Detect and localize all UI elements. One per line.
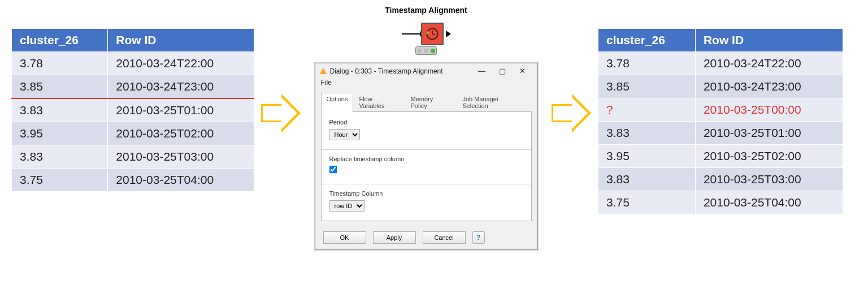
help-button[interactable]: ? <box>472 231 485 244</box>
cell-rowid: 2010-03-25T03:00 <box>108 145 254 169</box>
table-row: 3.952010-03-25T02:00 <box>12 122 254 145</box>
period-label: Period <box>329 119 523 126</box>
table-row: 3.832010-03-25T03:00 <box>598 168 843 191</box>
cell-cluster: 3.85 <box>598 75 696 98</box>
tab-memory-policy[interactable]: Memory Policy <box>405 93 457 112</box>
file-menu[interactable]: File <box>321 79 332 87</box>
replace-checkbox[interactable] <box>329 166 337 174</box>
table-row: 3.752010-03-25T04:00 <box>12 169 254 192</box>
table-row: 3.952010-03-25T02:00 <box>598 145 843 168</box>
cell-cluster: 3.78 <box>598 52 696 75</box>
cell-cluster: 3.85 <box>12 75 108 99</box>
cell-cluster: 3.83 <box>598 168 696 191</box>
table-row: 3.832010-03-25T01:00 <box>12 98 254 122</box>
dialog-title: Dialog - 0:303 - Timestamp Alignment <box>330 67 472 75</box>
cell-rowid: 2010-03-24T23:00 <box>108 75 254 99</box>
table-row: 3.782010-03-24T22:00 <box>598 52 843 75</box>
cell-cluster: 3.95 <box>12 122 108 145</box>
col-header-rowid: Row ID <box>108 29 254 52</box>
cell-cluster: 3.75 <box>12 169 108 192</box>
table-row: 3.832010-03-25T03:00 <box>12 145 254 169</box>
cell-cluster: 3.83 <box>12 145 108 169</box>
output-table: cluster_26 Row ID 3.782010-03-24T22:003.… <box>598 28 843 214</box>
col-header-rowid: Row ID <box>695 29 843 52</box>
node-output-port <box>446 31 451 37</box>
table-row: 3.752010-03-25T04:00 <box>598 191 843 214</box>
clock-back-icon <box>424 26 440 42</box>
cell-rowid: 2010-03-25T02:00 <box>108 122 254 145</box>
table-row: 3.832010-03-25T01:00 <box>598 122 843 145</box>
ok-button[interactable]: OK <box>323 231 366 244</box>
cell-rowid: 2010-03-25T03:00 <box>695 168 843 191</box>
cell-cluster: ? <box>598 98 696 122</box>
tab-options[interactable]: Options <box>321 93 354 112</box>
cell-rowid: 2010-03-24T22:00 <box>695 52 843 75</box>
cell-cluster: 3.83 <box>12 98 108 122</box>
tscol-label: Timestamp Column <box>329 190 523 197</box>
cell-rowid: 2010-03-25T02:00 <box>695 145 843 168</box>
cell-rowid: 2010-03-25T01:00 <box>695 122 843 145</box>
apply-button[interactable]: Apply <box>373 231 416 244</box>
timestamp-alignment-node-icon[interactable] <box>421 23 444 45</box>
replace-label: Replace timestamp column <box>329 156 523 162</box>
col-header-cluster: cluster_26 <box>12 29 108 52</box>
cancel-button[interactable]: Cancel <box>423 231 466 244</box>
timestamp-column-select[interactable]: row ID <box>329 200 364 212</box>
config-dialog: Dialog - 0:303 - Timestamp Alignment — ▢… <box>315 63 538 250</box>
table-row: 3.782010-03-24T22:00 <box>12 52 254 75</box>
close-button[interactable]: ✕ <box>513 67 533 75</box>
flow-arrow-right <box>552 6 591 221</box>
svg-line-2 <box>432 34 435 35</box>
cell-cluster: 3.83 <box>598 122 696 145</box>
cell-cluster: 3.78 <box>12 52 108 75</box>
cell-rowid: 2010-03-25T01:00 <box>108 98 254 122</box>
minimize-button[interactable]: — <box>472 67 492 75</box>
cell-rowid: 2010-03-24T23:00 <box>695 75 843 98</box>
node-title: Timestamp Alignment <box>385 6 467 15</box>
period-select[interactable]: Hour <box>329 129 360 140</box>
input-table: cluster_26 Row ID 3.782010-03-24T22:003.… <box>11 28 254 192</box>
cell-rowid: 2010-03-24T22:00 <box>108 52 254 75</box>
tab-flow-variables[interactable]: Flow Variables <box>353 93 405 112</box>
cell-cluster: 3.95 <box>598 145 696 168</box>
flow-arrow-left <box>261 6 301 221</box>
tab-job-manager[interactable]: Job Manager Selection <box>457 93 531 112</box>
cell-cluster: 3.75 <box>598 191 696 214</box>
node-graphic <box>402 23 451 55</box>
warning-icon <box>320 68 327 74</box>
table-row: 3.852010-03-24T23:00 <box>12 75 254 99</box>
node-status-traffic-light <box>415 46 437 55</box>
cell-rowid: 2010-03-25T04:00 <box>108 169 254 192</box>
cell-rowid: 2010-03-25T04:00 <box>695 191 843 214</box>
node-input-port <box>402 33 420 35</box>
col-header-cluster: cluster_26 <box>598 29 696 52</box>
maximize-button[interactable]: ▢ <box>492 67 513 75</box>
cell-rowid: 2010-03-25T00:00 <box>695 98 843 122</box>
table-row: ?2010-03-25T00:00 <box>598 98 843 122</box>
table-row: 3.852010-03-24T23:00 <box>598 75 843 98</box>
